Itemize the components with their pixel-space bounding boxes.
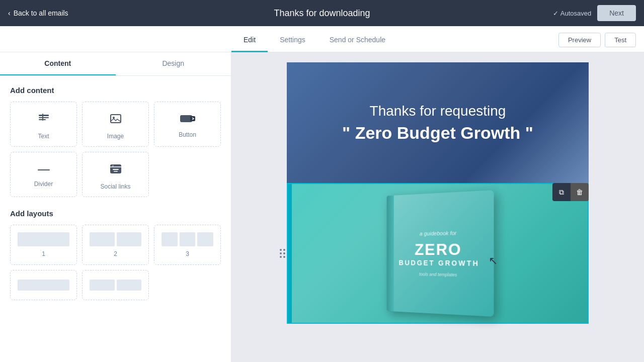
book-title-zero: ZERO — [415, 240, 462, 259]
main-layout: Content Design Add content Text — [0, 52, 644, 362]
content-item-text[interactable]: Text — [10, 102, 77, 147]
panel-tab-content[interactable]: Content — [0, 52, 116, 75]
layout-1col-label: 1 — [42, 250, 45, 257]
layout-1col-preview — [15, 232, 72, 246]
preview-button[interactable]: Preview — [558, 33, 601, 47]
tab-send-schedule[interactable]: Send or Schedule — [317, 29, 397, 52]
svg-rect-1 — [39, 117, 49, 118]
layouts-grid: 1 2 3 — [10, 225, 221, 300]
next-button[interactable]: Next — [597, 5, 636, 21]
divider-icon — [37, 164, 51, 175]
tab-edit[interactable]: Edit — [231, 29, 268, 52]
trash-icon: 🗑 — [576, 188, 583, 196]
add-layouts-title: Add layouts — [10, 209, 221, 218]
text-icon — [37, 112, 51, 128]
layout-5col-preview — [87, 280, 144, 291]
panel-tabs: Content Design — [0, 52, 231, 76]
content-grid: Text Image — [10, 102, 221, 197]
content-item-image[interactable]: Image — [82, 102, 149, 147]
layout-3col-label: 3 — [186, 250, 189, 257]
svg-rect-3 — [42, 114, 43, 121]
social-icon: # — [109, 162, 123, 178]
sub-bar-actions: Preview Test — [558, 33, 636, 47]
panel-tab-design[interactable]: Design — [116, 52, 231, 75]
svg-rect-11 — [114, 171, 118, 172]
autosaved-indicator: ✓ Autosaved — [553, 10, 591, 17]
layout-5col[interactable] — [82, 270, 149, 300]
block-actions: ⧉ 🗑 — [552, 183, 589, 201]
add-content-title: Add content — [10, 86, 221, 95]
delete-block-button[interactable]: 🗑 — [571, 183, 589, 201]
email-header-line2: " Zero Budget Growth " — [342, 123, 533, 143]
test-button[interactable]: Test — [605, 33, 636, 47]
copy-icon: ⧉ — [559, 188, 564, 197]
sub-tabs: Edit Settings Send or Schedule — [231, 29, 397, 52]
back-button[interactable]: ‹ Back to all emails — [8, 9, 68, 17]
autosaved-label: Autosaved — [560, 10, 591, 17]
book-title-budget: BUDGET GROWTH — [399, 258, 479, 267]
book-face: a guidebook for ZERO BUDGET GROWTH tools… — [387, 190, 494, 317]
text-label: Text — [38, 133, 49, 140]
layout-2col[interactable]: 2 — [82, 225, 149, 265]
book-subtitle: a guidebook for — [420, 230, 456, 236]
button-label: Button — [179, 131, 196, 138]
book-footer: tools and templates — [419, 272, 457, 277]
back-icon: ‹ — [8, 9, 11, 17]
svg-text:#: # — [112, 164, 114, 167]
image-label: Image — [107, 133, 124, 140]
image-icon — [109, 112, 123, 128]
email-header-line1: Thanks for requesting — [370, 103, 506, 119]
layout-2col-label: 2 — [114, 250, 117, 257]
copy-block-button[interactable]: ⧉ — [552, 183, 571, 201]
email-header-block[interactable]: Thanks for requesting " Zero Budget Grow… — [287, 62, 589, 183]
layout-3col[interactable]: 3 — [154, 225, 221, 265]
svg-rect-0 — [39, 115, 49, 116]
top-bar-actions: ✓ Autosaved Next — [553, 5, 636, 21]
top-bar: ‹ Back to all emails Thanks for download… — [0, 0, 644, 26]
email-canvas: Thanks for requesting " Zero Budget Grow… — [287, 62, 589, 352]
svg-rect-10 — [113, 169, 119, 170]
layout-4col-preview — [15, 280, 72, 291]
back-label: Back to all emails — [14, 9, 68, 17]
svg-rect-8 — [38, 169, 50, 170]
social-links-label: Social links — [100, 183, 130, 190]
layout-4col[interactable] — [10, 270, 77, 300]
divider-label: Divider — [34, 180, 53, 188]
sub-tab-bar: Edit Settings Send or Schedule Preview T… — [0, 26, 644, 52]
panel-content: Add content Text — [0, 76, 231, 310]
button-icon — [179, 113, 196, 126]
left-panel: Content Design Add content Text — [0, 52, 231, 362]
content-item-social-links[interactable]: # Social links — [82, 152, 149, 197]
book-visual: a guidebook for ZERO BUDGET GROWTH tools… — [387, 190, 494, 317]
email-title: Thanks for downloading — [274, 8, 370, 19]
content-item-button[interactable]: Button — [154, 102, 221, 147]
check-icon: ✓ — [553, 10, 558, 17]
layout-1col[interactable]: 1 — [10, 225, 77, 265]
drag-handle[interactable] — [278, 246, 287, 261]
svg-rect-4 — [111, 115, 121, 123]
layout-3col-preview — [158, 232, 216, 246]
tab-settings[interactable]: Settings — [268, 29, 317, 52]
content-item-divider[interactable]: Divider — [10, 152, 77, 197]
svg-rect-7 — [190, 116, 195, 121]
email-book-block[interactable]: ⧉ 🗑 a guidebook for ZERO BUDGET GROWTH t… — [287, 183, 589, 324]
layout-2col-preview — [87, 232, 144, 246]
canvas-area: Thanks for requesting " Zero Budget Grow… — [231, 52, 644, 362]
